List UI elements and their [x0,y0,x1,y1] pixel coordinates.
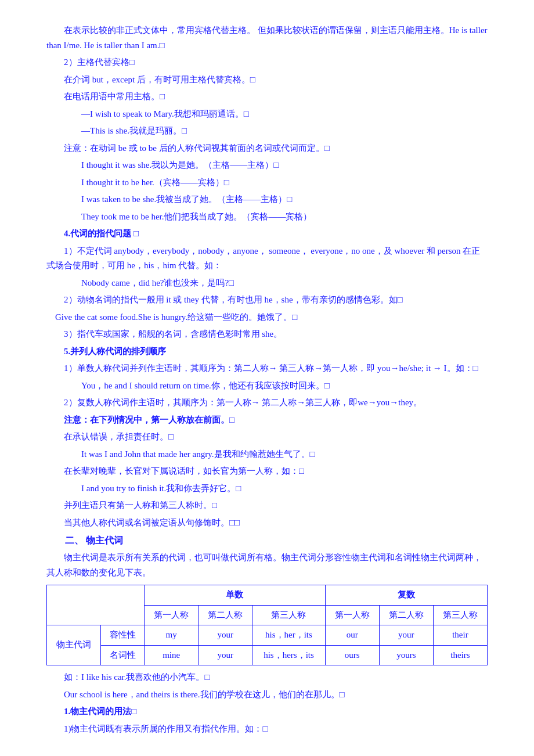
table-cell-his-hers-its: his，hers，its [252,645,325,665]
table-cell-your-noun-s: your [199,645,252,665]
point5-1-example: You，he and I should return on time.你，他还有… [46,379,488,394]
table-sub-second-plural: 第二人称 [379,605,433,625]
point4-2-example: Give the cat some food.She is hungry.给这猫… [55,312,297,322]
section2-intro: 物主代词是表示所有关系的代词，也可叫做代词所有格。物主代词分形容性物主代词和名词… [46,550,488,580]
table-sub-second-singular: 第二人称 [199,605,252,625]
table-row-noun: 名词性 mine your his，hers，its ours yours th… [47,645,488,665]
table-empty-cell [47,585,145,625]
point5-1: 1）单数人称代词并列作主语时，其顺序为：第二人称→ 第三人称→第一人称，即 yo… [46,361,488,376]
note2-a-example: It was I and John that made her angry.是我… [46,447,488,462]
table-sub-first-singular: 第一人称 [145,605,199,625]
table-row-label-wuzhu: 物主代词 [47,625,101,665]
example3: I thought it was she.我以为是她。（主格——主格）□ [46,158,488,173]
example5: I was taken to be she.我被当成了她。（主格——主格）□ [46,192,488,207]
table-cell-his-her-its: his，her，its [252,625,325,646]
table-sub-first-plural: 第一人称 [325,605,379,625]
table-cell-their: their [433,625,487,646]
point4-2-example-wrapper: Give the cat some food.She is hungry.给这猫… [46,310,488,325]
point4-2-indent [46,312,55,322]
table-plural-header: 复数 [325,585,487,606]
table-sub-third-singular: 第三人称 [252,605,325,625]
table-cell-your-s: your [199,625,252,646]
example1: —I wish to speak to Mary.我想和玛丽通话。□ [46,107,488,122]
note1: 注意：在动词 be 或 to be 后的人称代词视其前面的名词或代词而定。□ [46,141,488,156]
table-cell-your-p: your [379,625,433,646]
note2-d: 当其他人称代词或名词被定语从句修饰时。□□ [46,516,488,531]
table-cell-mine: mine [145,645,199,665]
example4: I thought it to be her.（宾格——宾格）□ [46,175,488,190]
point4-title: 4.代词的指代问题 □ [46,226,488,242]
table-row-adjective: 物主代词 容性性 my your his，her，its our your th… [47,625,488,646]
note2-b: 在长辈对晚辈，长官对下属说话时，如长官为第一人称，如：□ [46,464,488,479]
point4-1: 1）不定代词 anybody，everybody，nobody，anyone， … [46,244,488,273]
pronoun-table: 单数 复数 第一人称 第二人称 第三人称 第一人称 第二人称 第三人称 物主代词… [46,585,488,665]
note2-b-example: I and you try to finish it.我和你去弄好它。□ [46,481,488,496]
point4-1-example: Nobody came，did he?谁也没来，是吗?□ [46,276,488,291]
point2-b: 在电话用语中常用主格。□ [46,89,488,105]
table-cell-yours: yours [379,645,433,665]
table-cell-theirs: theirs [433,645,487,665]
point4-2: 2）动物名词的指代一般用 it 或 they 代替，有时也用 he，she，带有… [46,293,488,308]
usage-title: 1.物主代词的用法□ [46,704,488,719]
table-cell-my: my [145,625,199,646]
table-singular-header: 单数 [145,585,326,606]
point2-a: 在介词 but，except 后，有时可用主格代替宾格。□ [46,73,488,88]
table-row-label-adj: 容性性 [101,625,145,646]
note2-a: 在承认错误，承担责任时。□ [46,430,488,445]
example2: —This is she.我就是玛丽。□ [46,124,488,139]
note2-title: 注意：在下列情况中，第一人称放在前面。□ [46,413,488,428]
table-example1: 如：I like his car.我喜欢他的小汽车。□ [46,670,488,685]
intro-comparison: 在表示比较的非正式文体中，常用宾格代替主格。 但如果比较状语的谓语保留，则主语只… [46,23,488,53]
page-number: 2 [46,754,488,756]
table-header-row1: 单数 复数 [47,585,488,606]
section2-title: 二、 物主代词 [46,532,488,548]
table-example2: Our school is here，and theirs is there.我… [46,687,488,703]
usage-1: 1)物主代词既有表示所属的作用又有指代作用。如：□ [46,722,488,737]
table-cell-ours: ours [325,645,379,665]
point5-title: 5.并列人称代词的排列顺序 [46,344,488,359]
point5-2: 2）复数人称代词作主语时，其顺序为：第一人称→ 第二人称→第三人称，即we→yo… [46,395,488,411]
example6: They took me to be her.他们把我当成了她。（宾格——宾格） [46,210,488,225]
table-row-label-noun: 名词性 [101,645,145,665]
table-sub-third-plural: 第三人称 [433,605,487,625]
point4-3: 3）指代车或国家，船舰的名词，含感情色彩时常用 she。 [46,327,488,342]
page: 在表示比较的非正式文体中，常用宾格代替主格。 但如果比较状语的谓语保留，则主语只… [0,0,534,756]
table-cell-our: our [325,625,379,646]
note2-c: 并列主语只有第一人称和第三人称时。□ [46,498,488,513]
point2-title: 2）主格代替宾格□ [46,55,488,70]
